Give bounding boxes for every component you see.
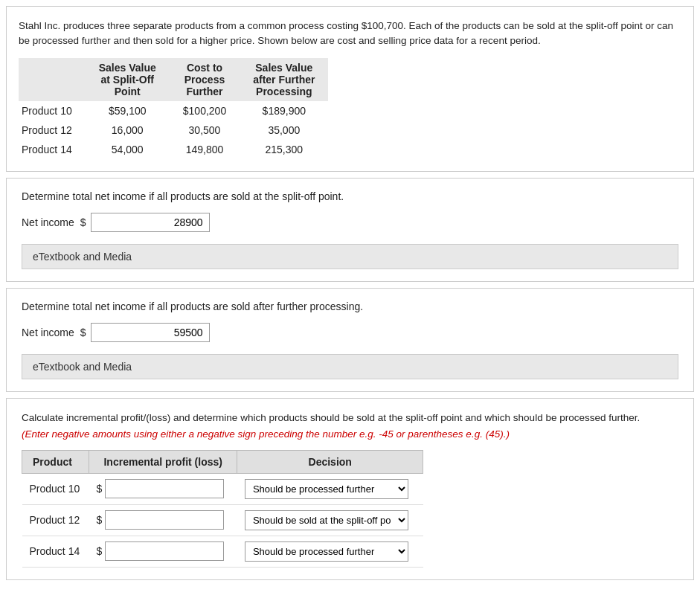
after-further-value: 35,000 <box>240 120 328 140</box>
split-off-value: $59,100 <box>86 101 170 120</box>
table-row: Product 10 $59,100 $100,200 $189,900 <box>19 101 328 120</box>
after-further-value: 215,300 <box>240 140 328 159</box>
col-header-after-further: Sales Valueafter FurtherProcessing <box>240 58 328 101</box>
inc-decision-cell: Should be processed furtherShould be sol… <box>237 473 423 504</box>
table-row: Product 14 54,000 149,800 215,300 <box>19 140 328 159</box>
decision-select-0[interactable]: Should be processed furtherShould be sol… <box>245 479 408 499</box>
col-header-product <box>19 58 86 101</box>
calc-text: Calculate incremental profit/(loss) and … <box>22 411 678 425</box>
net-income-row-2: Net income $ <box>22 323 678 342</box>
net-income-label-2: Net income <box>22 327 74 338</box>
cost-further-value: 149,800 <box>170 140 240 159</box>
inc-profit-cell: $ <box>89 536 237 567</box>
etextbook-bar-1[interactable]: eTextbook and Media <box>22 244 678 269</box>
inc-decision-cell: Should be processed furtherShould be sol… <box>237 536 423 567</box>
question1-text: Determine total net income if all produc… <box>22 190 678 202</box>
split-off-value: 16,000 <box>86 120 170 140</box>
net-income-input-1[interactable] <box>91 213 210 232</box>
etextbook-bar-2[interactable]: eTextbook and Media <box>22 354 678 379</box>
col-header-cost-further: Cost toProcessFurther <box>170 58 240 101</box>
inc-dollar-sign: $ <box>97 545 103 557</box>
net-income-input-2[interactable] <box>91 323 210 342</box>
inc-col-profit: Incremental profit (loss) <box>89 450 237 473</box>
inc-profit-input-1[interactable] <box>105 510 224 530</box>
inc-profit-cell: $ <box>89 504 237 536</box>
calc-note: (Enter negative amounts using either a n… <box>22 428 678 440</box>
after-further-value: $189,900 <box>240 101 328 120</box>
question2-section: Determine total net income if all produc… <box>6 288 694 392</box>
etextbook-label-2: eTextbook and Media <box>33 361 132 373</box>
question2-text: Determine total net income if all produc… <box>22 300 678 312</box>
cost-further-value: $100,200 <box>170 101 240 120</box>
cost-further-value: 30,500 <box>170 120 240 140</box>
split-off-value: 54,000 <box>86 140 170 159</box>
inc-product-name: Product 12 <box>22 504 89 536</box>
question3-section: Calculate incremental profit/(loss) and … <box>6 398 694 580</box>
inc-table-row: Product 12 $ Should be processed further… <box>22 504 423 536</box>
net-income-row-1: Net income $ <box>22 213 678 232</box>
dollar-sign-1: $ <box>80 216 86 228</box>
dollar-sign-2: $ <box>80 327 86 338</box>
intro-section: Stahl Inc. produces three separate produ… <box>6 6 694 172</box>
product-table: Sales Valueat Split-OffPoint Cost toProc… <box>19 58 328 159</box>
inc-dollar-sign: $ <box>97 483 103 495</box>
inc-product-name: Product 14 <box>22 536 89 567</box>
question1-section: Determine total net income if all produc… <box>6 178 694 282</box>
inc-dollar-sign: $ <box>97 514 103 526</box>
inc-product-name: Product 10 <box>22 473 89 504</box>
intro-text: Stahl Inc. produces three separate produ… <box>19 19 681 49</box>
table-row: Product 12 16,000 30,500 35,000 <box>19 120 328 140</box>
inc-profit-cell: $ <box>89 473 237 504</box>
inc-col-decision: Decision <box>237 450 423 473</box>
net-income-label-1: Net income <box>22 216 74 228</box>
product-name: Product 14 <box>19 140 86 159</box>
product-name: Product 12 <box>19 120 86 140</box>
inc-decision-cell: Should be processed furtherShould be sol… <box>237 504 423 536</box>
inc-profit-input-2[interactable] <box>105 541 224 561</box>
inc-table-row: Product 10 $ Should be processed further… <box>22 473 423 504</box>
incremental-table: Product Incremental profit (loss) Decisi… <box>22 450 423 568</box>
col-header-split-off: Sales Valueat Split-OffPoint <box>86 58 170 101</box>
decision-select-1[interactable]: Should be processed furtherShould be sol… <box>245 510 408 530</box>
etextbook-label-1: eTextbook and Media <box>33 251 132 263</box>
product-name: Product 10 <box>19 101 86 120</box>
inc-table-row: Product 14 $ Should be processed further… <box>22 536 423 567</box>
inc-profit-input-0[interactable] <box>105 479 224 498</box>
decision-select-2[interactable]: Should be processed furtherShould be sol… <box>245 541 408 562</box>
inc-col-product: Product <box>22 450 89 473</box>
